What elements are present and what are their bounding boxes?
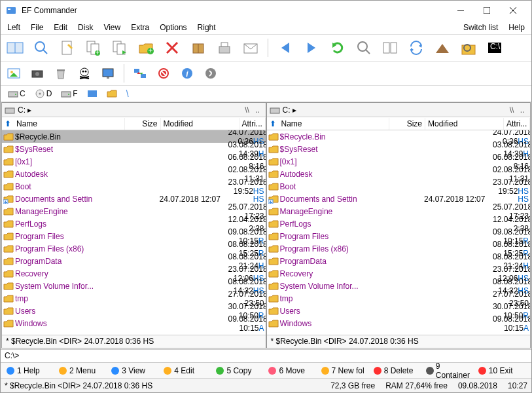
file-row[interactable]: Windows09.08.2018 10:15A: [267, 317, 531, 329]
menu-view[interactable]: View: [98, 22, 126, 33]
drive-network[interactable]: \: [123, 87, 132, 100]
file-row[interactable]: ManageEngine25.07.2018 17:23: [2, 205, 266, 217]
fkey-container[interactable]: 9 Container: [424, 362, 475, 380]
file-row[interactable]: Program Files (x86)08.08.2018 15:25R: [267, 242, 531, 255]
header-modified[interactable]: Modified: [161, 118, 239, 130]
file-row[interactable]: tmp27.07.2018 23:50: [2, 292, 266, 305]
file-row[interactable]: Program Files (x86)08.08.2018 15:25R: [2, 242, 266, 255]
header-attr[interactable]: Attri...: [504, 118, 530, 130]
fkey-delete[interactable]: 8 Delete: [372, 366, 423, 375]
file-row[interactable]: Recovery23.07.2018 12:06HS: [267, 267, 531, 280]
tb-pack-button[interactable]: [188, 37, 209, 58]
menu-switch-list[interactable]: Switch list: [458, 22, 503, 33]
drive-f[interactable]: F: [58, 88, 80, 100]
file-row[interactable]: ManageEngine25.07.2018 17:23: [267, 205, 531, 217]
fkey-new-fol[interactable]: 7 New fol: [319, 366, 370, 375]
menu-left[interactable]: Left: [2, 22, 26, 33]
file-row[interactable]: Users30.07.2018 10:50R: [2, 305, 266, 317]
file-row[interactable]: Documents and Settin24.07.2018 12:07HS: [2, 193, 266, 205]
file-row[interactable]: Program Files09.08.2018 10:15R: [267, 230, 531, 242]
tb2-trash-button[interactable]: [52, 64, 70, 83]
fkey-move[interactable]: 6 Move: [266, 366, 317, 375]
menu-edit[interactable]: Edit: [48, 22, 73, 33]
tb-delete-button[interactable]: [162, 37, 183, 58]
file-row[interactable]: Recovery23.07.2018 12:06HS: [2, 267, 266, 280]
tb-zoom-button[interactable]: [31, 37, 52, 58]
path-up-button[interactable]: ..: [253, 105, 263, 115]
file-row[interactable]: PerfLogs12.04.2018 2:38: [267, 217, 531, 230]
header-name[interactable]: Name: [279, 118, 390, 130]
file-row[interactable]: $SysReset03.08.2018 14:39H: [2, 143, 266, 155]
header-modified[interactable]: Modified: [425, 118, 504, 130]
tb-mail-button[interactable]: [240, 37, 261, 58]
file-row[interactable]: Windows09.08.2018 10:15A: [2, 317, 266, 329]
fkey-copy[interactable]: 5 Copy: [214, 366, 265, 375]
menu-options[interactable]: Options: [154, 22, 192, 33]
header-size[interactable]: Size: [389, 118, 425, 130]
tb-sync-button[interactable]: [406, 37, 427, 58]
menu-file[interactable]: File: [26, 22, 48, 33]
up-arrow-icon[interactable]: ⬆: [267, 119, 279, 128]
file-row[interactable]: Autodesk02.08.2018 11:31: [267, 168, 531, 180]
left-file-list[interactable]: $Recycle.Bin24.07.2018 0:36HS$SysReset03…: [2, 130, 266, 335]
tb2-sound-button[interactable]: [202, 64, 220, 83]
menu-extra[interactable]: Extra: [126, 22, 154, 33]
file-row[interactable]: [0x1]06.08.2018 8:16: [267, 155, 531, 168]
tb-copy-button[interactable]: +: [83, 37, 104, 58]
drive-folder[interactable]: [103, 88, 120, 100]
path-history-button[interactable]: \\: [506, 105, 517, 115]
fkey-help[interactable]: 1 Help: [5, 366, 56, 375]
maximize-button[interactable]: [474, 1, 500, 20]
file-row[interactable]: Documents and Settin24.07.2018 12:07HS: [267, 193, 531, 205]
file-row[interactable]: $Recycle.Bin24.07.2018 0:36HS: [267, 130, 531, 143]
right-file-list[interactable]: $Recycle.Bin24.07.2018 0:36HS$SysReset03…: [267, 130, 531, 335]
fkey-menu[interactable]: 2 Menu: [57, 366, 108, 375]
fkey-edit[interactable]: 4 Edit: [162, 366, 213, 375]
file-row[interactable]: ProgramData08.08.2018 21:24H: [267, 255, 531, 267]
tb-forward-button[interactable]: [301, 37, 322, 58]
tb-move-button[interactable]: [109, 37, 130, 58]
close-button[interactable]: [500, 1, 526, 20]
header-attr[interactable]: Attri...: [239, 118, 266, 130]
tb2-camera-button[interactable]: [28, 64, 46, 83]
menu-disk[interactable]: Disk: [73, 22, 98, 33]
file-row[interactable]: System Volume Infor...08.08.2018 14:32HS: [2, 280, 266, 292]
tb2-image-button[interactable]: [5, 64, 23, 83]
command-line[interactable]: C:\>: [1, 349, 531, 362]
minimize-button[interactable]: [448, 1, 474, 20]
tb-search-button[interactable]: [353, 37, 374, 58]
tb-compare-button[interactable]: [380, 37, 400, 58]
tb-edit-button[interactable]: [57, 37, 78, 58]
file-row[interactable]: Users30.07.2018 10:50R: [267, 305, 531, 317]
left-path[interactable]: C: ▸: [18, 105, 242, 115]
tb2-skull-button[interactable]: [75, 64, 94, 83]
file-row[interactable]: tmp27.07.2018 23:50: [267, 292, 531, 305]
right-path[interactable]: C: ▸: [283, 105, 507, 115]
header-size[interactable]: Size: [125, 118, 161, 130]
tb2-network-button[interactable]: [131, 64, 149, 83]
fkey-exit[interactable]: 10 Exit: [476, 366, 527, 375]
tb-newfolder-button[interactable]: +: [135, 37, 156, 58]
tb2-info-button[interactable]: i: [178, 64, 196, 83]
file-row[interactable]: $Recycle.Bin24.07.2018 0:36HS: [2, 130, 266, 143]
up-arrow-icon[interactable]: ⬆: [2, 119, 14, 128]
menu-right[interactable]: Right: [192, 22, 221, 33]
tb-find-folder-button[interactable]: [458, 37, 479, 58]
drive-d[interactable]: D: [31, 88, 56, 100]
tb2-monitor-button[interactable]: [99, 64, 117, 83]
file-row[interactable]: ProgramData08.08.2018 21:24H: [2, 255, 266, 267]
file-row[interactable]: Boot23.07.2018 19:52HS: [267, 180, 531, 193]
tb-print-button[interactable]: [214, 37, 235, 58]
file-row[interactable]: Boot23.07.2018 19:52HS: [2, 180, 266, 193]
tb-panel-button[interactable]: [5, 37, 26, 58]
header-name[interactable]: Name: [14, 118, 125, 130]
tb-console-button[interactable]: C:\: [484, 37, 505, 58]
tb-tree-button[interactable]: [432, 37, 453, 58]
drive-blue[interactable]: [84, 88, 101, 100]
tb-back-button[interactable]: [275, 37, 296, 58]
path-up-button[interactable]: ..: [517, 105, 527, 115]
path-history-button[interactable]: \\: [242, 105, 253, 115]
file-row[interactable]: $SysReset03.08.2018 14:39H: [267, 143, 531, 155]
file-row[interactable]: System Volume Infor...08.08.2018 14:32HS: [267, 280, 531, 292]
fkey-view[interactable]: 3 View: [109, 366, 160, 375]
